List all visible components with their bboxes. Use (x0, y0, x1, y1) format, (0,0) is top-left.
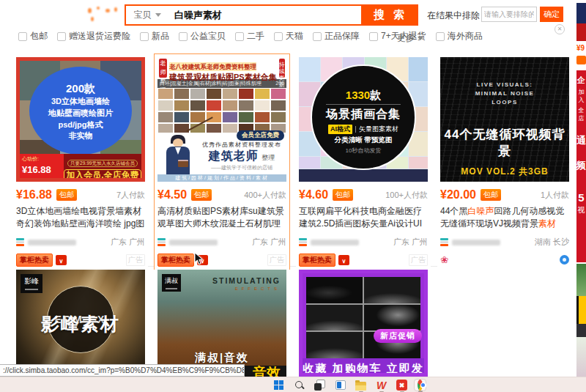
preview-grid (306, 277, 420, 358)
clipped-price: ¥9 (576, 44, 586, 52)
product-image[interactable]: 新店促销 收藏 加购物车 立即发货 (299, 270, 428, 377)
divider (355, 126, 356, 133)
watermark: 影峰素材 (16, 312, 145, 336)
exclude-label: 在结果中排除 (427, 10, 480, 22)
product-card[interactable]: 老师整理 老八校建筑系老师免费资料整理 建筑景观材质贴图PS素材合集 持续更新 … (155, 54, 289, 269)
shop-row[interactable]: 广东 广州 (299, 237, 428, 248)
blue-chat-icon[interactable] (560, 255, 569, 265)
filter-new[interactable]: 新品 (140, 30, 169, 42)
filter-tmall[interactable]: 天猫 (274, 30, 303, 42)
teacher-badge: 老师整理 (159, 59, 167, 78)
checkbox[interactable] (313, 32, 322, 41)
windows-taskbar (0, 377, 586, 392)
product-image[interactable]: 1330款 场景插画合集 AI格式 矢量图案素材 分类清晰 带预览图 10秒自动… (299, 57, 428, 182)
wps-icon (377, 380, 386, 391)
red-x-app-button[interactable] (396, 379, 408, 391)
confirm-button[interactable]: 确定 (540, 7, 563, 22)
new-store-promo-badge: 新店促销 (374, 329, 422, 343)
file-explorer-button[interactable] (355, 379, 367, 391)
hot-sale-badge: 掌柜热卖 (157, 254, 194, 267)
shop-name-blurred (28, 240, 76, 245)
checkbox[interactable] (18, 32, 27, 41)
shop-row[interactable]: 广东 广州 (16, 237, 145, 248)
shop-row[interactable]: 广东 广州 (157, 237, 286, 248)
shop-row[interactable]: 湖南 长沙 (440, 237, 569, 248)
product-card[interactable]: 影峰 EDM FX 影峰素材 (13, 267, 148, 380)
filter-authentic[interactable]: 正品保障 (313, 30, 360, 42)
clipped-promo-panel: 企 加入 全店 通 频 5 视 (576, 70, 586, 262)
ad-label: 广告 (126, 254, 145, 266)
product-image[interactable]: 满叔 STIMULATING EFFECTS 满叔|音效 音效 (157, 270, 286, 377)
product-card[interactable]: 满叔 STIMULATING EFFECTS 满叔|音效 音效 (155, 267, 289, 380)
product-title[interactable]: 高清材质贴图PS素材库su建筑景观草图大师木纹混凝土石材肌理3d (157, 205, 286, 231)
search-category-dropdown[interactable]: 宝贝 (126, 6, 168, 24)
hot-sale-badge: 掌柜热卖 (16, 254, 53, 267)
paid-count: 7人付款 (116, 190, 145, 201)
filter-secondhand[interactable]: 二手 (235, 30, 264, 42)
shop-logo: 满叔 (162, 274, 181, 292)
task-view-button[interactable] (314, 379, 326, 391)
checkbox[interactable] (57, 32, 66, 41)
taskbar-search[interactable] (293, 379, 305, 391)
hot-sale-badge: 掌柜热卖 (299, 254, 335, 267)
browser-status-bar: ://click.simba.taobao.com/cc_im?p=%B0%D7… (0, 364, 245, 377)
product-image[interactable]: 老师整理 老八校建筑系老师免费资料整理 建筑景观材质贴图PS素材合集 持续更新 … (157, 57, 286, 182)
shop-name-blurred (169, 240, 218, 245)
exclude-input[interactable] (481, 7, 537, 22)
location: 广东 广州 (393, 237, 428, 248)
free-shipping-badge: 包邮 (333, 189, 353, 201)
clipped-right-column: ¥9 企 加入 全店 通 频 5 视 (574, 0, 586, 377)
shop-icon (157, 238, 166, 247)
product-title[interactable]: 互联网扁平化科技电商金融医疗建筑2.5D插画图标矢量Ai设计UI素材 (299, 205, 428, 231)
wangwang-icon[interactable] (338, 255, 349, 265)
checkbox[interactable] (140, 32, 149, 41)
mouse-cursor (194, 252, 204, 265)
highlighted-keyword: 素材 (538, 218, 556, 229)
checkbox[interactable] (369, 32, 378, 41)
chrome-button[interactable] (414, 379, 426, 391)
search-category-label: 宝贝 (134, 9, 152, 21)
red-x-icon (396, 380, 407, 391)
free-shipping-badge: 包邮 (481, 189, 501, 201)
product-card[interactable]: 新店促销 收藏 加购物车 立即发货 (296, 267, 431, 380)
checkbox[interactable] (235, 32, 244, 41)
search-button[interactable]: 搜 索 (361, 6, 417, 24)
filter-charity[interactable]: 公益宝贝 (179, 30, 226, 42)
product-image[interactable]: 200款 3D立体地画墙绘 地贴壁画喷绘图片 psd/jpg格式 非实物 心动价… (16, 57, 145, 182)
taobao-logo (86, 7, 120, 23)
highlighted-keyword: 白噪声 (467, 206, 494, 216)
product-title[interactable]: 3D立体地画墙绘电视背景墙素材奇幻装饰地贴壁画海洋喷绘 jpg图片 (16, 205, 145, 231)
checkbox[interactable] (274, 32, 283, 41)
more-filters[interactable]: 更多 (397, 32, 423, 45)
price: ¥20.00 (440, 188, 476, 201)
price: ¥16.88 (16, 188, 52, 201)
search-icon (294, 380, 305, 391)
search-input[interactable] (168, 6, 361, 24)
wps-office-button[interactable] (375, 379, 387, 391)
price: ¥4.60 (299, 188, 328, 201)
folder-icon (355, 382, 366, 391)
filter-return-insurance[interactable]: 赠送退货运费险 (57, 30, 130, 42)
product-image[interactable]: LIVE VISUALS: MINIMAL NOISE LOOPS 44个无缝循… (440, 57, 569, 182)
product-card[interactable]: 200款 3D立体地画墙绘 地贴壁画喷绘图片 psd/jpg格式 非实物 心动价… (13, 54, 148, 269)
widgets-icon (335, 380, 346, 390)
checkbox[interactable] (436, 32, 445, 41)
start-button[interactable] (272, 379, 285, 391)
wangwang-icon[interactable] (56, 255, 67, 265)
product-title[interactable]: 44个黑白噪声回路几何动感视觉无缝循环现场VJ视频背景素材VOL.2 (440, 205, 569, 231)
close-icon[interactable] (555, 24, 565, 34)
checkbox[interactable] (179, 32, 188, 41)
clipped-product-image (576, 3, 586, 23)
filter-free-shipping[interactable]: 包邮 (18, 30, 48, 42)
filter-overseas[interactable]: 海外商品 (436, 30, 483, 42)
product-card[interactable]: LIVE VISUALS: MINIMAL NOISE LOOPS 44个无缝循… (437, 54, 572, 269)
widgets-button[interactable] (334, 379, 346, 391)
paid-count: 1人付款 (541, 190, 569, 201)
texture-grid (157, 88, 286, 133)
shop-name-blurred (452, 240, 500, 245)
shop-icon (299, 238, 307, 247)
product-card[interactable]: 1330款 场景插画合集 AI格式 矢量图案素材 分类清晰 带预览图 10秒自动… (296, 54, 431, 269)
member-free-badge: 会员全店免费 (237, 130, 284, 141)
update-badge: 持续更新 (279, 59, 285, 78)
product-image[interactable]: 影峰 EDM FX 影峰素材 (16, 270, 145, 377)
